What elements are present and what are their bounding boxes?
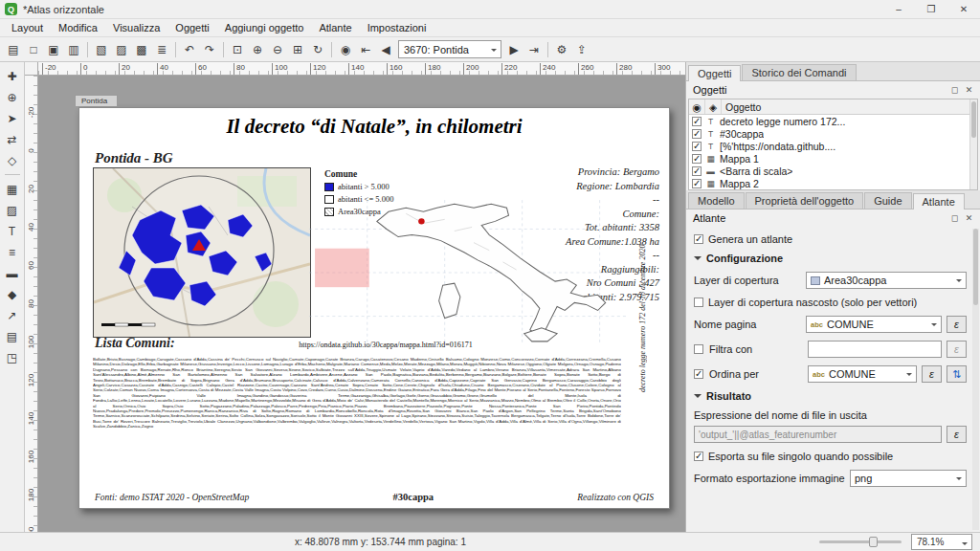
item-visibility-checkbox[interactable] [692, 166, 702, 176]
atlas-next-icon[interactable]: ▶ [504, 40, 523, 59]
minimize-button[interactable]: – [882, 0, 915, 19]
add-map-icon[interactable]: ▦ [3, 180, 22, 198]
sort-checkbox[interactable] [694, 369, 703, 379]
atlas-settings-icon[interactable]: ⚙ [552, 40, 571, 59]
menu-atlante[interactable]: Atlante [311, 20, 359, 35]
export-pdf-icon[interactable]: ▩ [132, 40, 151, 59]
float-panel-icon[interactable]: ◻ [947, 213, 962, 223]
add-legend-icon[interactable]: ≡ [3, 243, 22, 261]
layout-item-row[interactable]: Tdecreto legge numero 172... [689, 115, 977, 127]
duplicate-layout-icon[interactable]: ▣ [44, 40, 63, 59]
menu-aggiungi-oggetto[interactable]: Aggiungi oggetto [217, 20, 312, 35]
page-name-expression-button[interactable]: ε [947, 316, 967, 333]
decree-side-label[interactable]: decreto legge numero 172 del 18 dicembre… [638, 185, 647, 452]
zoom-tool-icon[interactable]: ⊕ [3, 88, 22, 106]
export-image-icon[interactable]: ▧ [92, 40, 111, 59]
tab-oggetti[interactable]: Oggetti [688, 65, 741, 81]
edit-nodes-icon[interactable]: ◇ [3, 151, 22, 169]
close-button[interactable]: ✕ [947, 0, 980, 19]
filter-expression-field[interactable] [808, 341, 942, 358]
risultato-section-header[interactable]: Risultato [694, 390, 967, 402]
add-arrow-icon[interactable]: ↗ [3, 306, 22, 324]
single-file-checkbox[interactable] [694, 452, 703, 461]
atlas-last-icon[interactable]: ⇥ [524, 40, 544, 59]
menu-impostazioni[interactable]: Impostazioni [360, 20, 434, 35]
zoom-out-icon[interactable]: ⊖ [268, 40, 287, 59]
menu-modifica[interactable]: Modifica [51, 20, 105, 35]
sort-field-combo[interactable]: abc COMUNE [808, 365, 917, 383]
add-label-icon[interactable]: T [3, 222, 22, 240]
generate-atlas-checkbox[interactable] [694, 234, 703, 244]
map-url-label[interactable]: https://ondata.github.io/30cappa/mappa.h… [223, 341, 548, 349]
layout-page[interactable]: Il decreto “di Natale”, in chilometri Po… [78, 107, 670, 509]
sort-direction-button[interactable]: ⇅ [947, 365, 967, 383]
new-layout-icon[interactable]: □ [24, 40, 43, 59]
atlas-first-icon[interactable]: ⇤ [356, 40, 375, 59]
maximize-button[interactable]: ❐ [915, 0, 947, 19]
items-scrollbar[interactable] [969, 99, 977, 189]
horizontal-ruler[interactable]: -200204060801001201401601802002202402602… [38, 62, 685, 76]
layout-item-row[interactable]: ▦Mappa 2 [689, 177, 977, 189]
coverage-layer-combo[interactable]: Area30cappa [806, 272, 967, 289]
list-heading-label[interactable]: Lista Comuni: [95, 336, 175, 351]
item-visibility-checkbox[interactable] [692, 154, 702, 164]
tab-storico-comandi[interactable]: Storico dei Comandi [742, 64, 856, 80]
vertical-ruler[interactable]: -20020406080100120140160180200 [25, 76, 38, 532]
tab-modello[interactable]: Modello [688, 192, 745, 209]
redo-icon[interactable]: ↷ [200, 40, 219, 59]
tab-proprieta-oggetto[interactable]: Proprietà dell'oggetto [746, 192, 864, 209]
filename-expression-button[interactable]: ε [947, 426, 967, 443]
filter-checkbox[interactable] [694, 344, 703, 354]
layout-item-row[interactable]: ▬<Barra di scala> [689, 165, 977, 177]
hashtag-label[interactable]: #30cappa [249, 492, 577, 502]
select-move-item-icon[interactable]: ➤ [3, 109, 22, 127]
atlante-scrollbar[interactable] [972, 229, 979, 530]
filter-expression-button[interactable]: ε [947, 341, 967, 358]
move-content-icon[interactable]: ⇄ [3, 130, 22, 148]
print-icon[interactable]: ≣ [152, 40, 171, 59]
zoom-slider-handle[interactable] [869, 537, 878, 547]
layout-item-row[interactable]: T[%'https://ondata.github.... [689, 140, 977, 152]
filename-expression-field[interactable]: 'output_'||@atlas_featurenumber [694, 426, 942, 443]
add-shape-icon[interactable]: ◆ [3, 285, 22, 303]
add-html-icon[interactable]: ◳ [3, 348, 22, 366]
zoom-actual-icon[interactable]: ⊞ [288, 40, 307, 59]
layout-item-row[interactable]: ▦Mappa 1 [689, 152, 977, 165]
pan-tool-icon[interactable]: ✚ [3, 67, 22, 85]
float-panel-icon[interactable]: ◻ [947, 85, 962, 95]
item-visibility-checkbox[interactable] [692, 129, 702, 139]
close-panel-icon[interactable]: ✕ [962, 85, 976, 95]
page-title-label[interactable]: Il decreto “di Natale”, in chilometri [79, 115, 669, 139]
export-svg-icon[interactable]: ▨ [112, 40, 131, 59]
image-format-combo[interactable]: png [850, 470, 967, 487]
map-item-pontida[interactable] [93, 167, 311, 338]
atlas-feature-combo[interactable]: 3670: Pontida [398, 40, 501, 58]
zoom-level-combo[interactable]: 78.1% [911, 534, 972, 550]
map-heading-label[interactable]: Pontida - BG [95, 150, 173, 166]
sources-label[interactable]: Fonti: demo ISTAT 2020 - OpenStreetMap [95, 493, 249, 502]
add-scalebar-icon[interactable]: ▬ [3, 264, 22, 282]
atlas-preview-icon[interactable]: ◉ [336, 40, 355, 59]
tab-guide[interactable]: Guide [864, 192, 911, 209]
zoom-in-icon[interactable]: ⊕ [248, 40, 267, 59]
menu-oggetti[interactable]: Oggetti [167, 20, 216, 35]
sort-expression-button[interactable]: ε [922, 365, 942, 383]
atlas-prev-icon[interactable]: ◀ [376, 40, 395, 59]
save-project-icon[interactable]: ▤ [4, 40, 23, 59]
hidden-coverage-checkbox[interactable] [694, 298, 703, 307]
layout-canvas[interactable]: Pontida Il decreto “di Natale”, in chilo… [38, 76, 685, 532]
page-name-combo[interactable]: abc COMUNE [806, 316, 942, 333]
map-item-overview[interactable] [309, 200, 629, 343]
zoom-full-icon[interactable]: ⊡ [228, 40, 247, 59]
item-visibility-checkbox[interactable] [692, 179, 702, 188]
refresh-view-icon[interactable]: ↻ [308, 40, 327, 59]
item-visibility-checkbox[interactable] [692, 117, 702, 126]
layout-manager-icon[interactable]: ▥ [64, 40, 83, 59]
menu-layout[interactable]: Layout [4, 20, 51, 35]
close-panel-icon[interactable]: ✕ [962, 213, 976, 223]
comuni-list-label[interactable]: Bollate,Brivio,Busnago,Cambiago,Carugate… [93, 357, 621, 489]
configurazione-section-header[interactable]: Configurazione [694, 253, 967, 264]
item-visibility-checkbox[interactable] [692, 142, 702, 151]
layout-item-row[interactable]: T#30cappa [689, 127, 977, 140]
atlas-page-tab[interactable]: Pontida [75, 95, 118, 106]
